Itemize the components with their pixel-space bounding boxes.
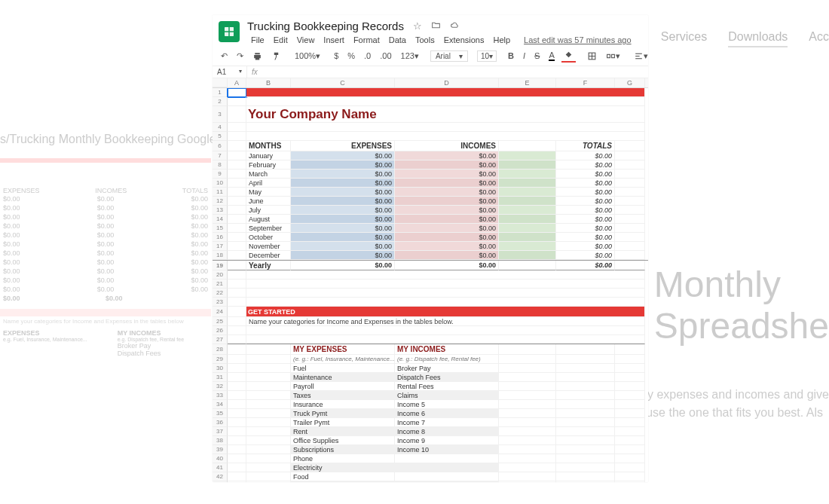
- row-header-30[interactable]: 30: [213, 364, 228, 373]
- income-cat-9[interactable]: Income 10: [395, 445, 499, 454]
- cell[interactable]: [499, 472, 556, 481]
- income-cat-10[interactable]: [395, 454, 499, 463]
- cell[interactable]: [556, 409, 615, 418]
- expense-10[interactable]: $0.00: [291, 242, 395, 251]
- row-header-2[interactable]: 2: [213, 97, 228, 106]
- expense-9[interactable]: $0.00: [291, 233, 395, 242]
- cell[interactable]: [556, 481, 615, 482]
- income-cat-8[interactable]: Income 9: [395, 436, 499, 445]
- zoom-select[interactable]: 100% ▾: [292, 50, 323, 63]
- expense-cat-1[interactable]: Maintenance: [291, 373, 395, 382]
- expense-cat-4[interactable]: Insurance: [291, 400, 395, 409]
- cell[interactable]: [499, 463, 556, 472]
- cell[interactable]: [499, 481, 556, 482]
- cell[interactable]: [228, 224, 246, 233]
- cell[interactable]: [499, 400, 556, 409]
- gs-note[interactable]: Name your categories for Income and Expe…: [246, 317, 645, 326]
- expense-3[interactable]: $0.00: [291, 179, 395, 188]
- month-august[interactable]: August: [246, 215, 291, 224]
- cell[interactable]: [499, 382, 556, 391]
- col-header-e[interactable]: E: [499, 78, 556, 87]
- menu-format[interactable]: Format: [350, 34, 384, 46]
- row-header-40[interactable]: 40: [213, 454, 228, 463]
- income-cat-3[interactable]: Claims: [395, 391, 499, 400]
- row-header-5[interactable]: 5: [213, 132, 228, 141]
- cell[interactable]: [499, 224, 556, 233]
- cell[interactable]: [499, 206, 556, 215]
- cell[interactable]: [615, 188, 645, 197]
- income-5[interactable]: $0.00: [395, 197, 499, 206]
- row-header-22[interactable]: 22: [213, 289, 228, 298]
- cell[interactable]: [499, 215, 556, 224]
- row-header-23[interactable]: 23: [213, 298, 228, 307]
- cell[interactable]: [246, 400, 291, 409]
- redo-icon[interactable]: ↷: [234, 50, 246, 63]
- halign-icon[interactable]: ▾: [632, 50, 648, 63]
- cell[interactable]: [556, 427, 615, 436]
- percent-icon[interactable]: %: [345, 50, 357, 62]
- cell[interactable]: [246, 326, 645, 335]
- cell[interactable]: [246, 472, 291, 481]
- my-incomes-header[interactable]: MY INCOMES: [395, 344, 499, 355]
- cell[interactable]: [228, 132, 246, 141]
- menu-tools[interactable]: Tools: [411, 34, 439, 46]
- currency-icon[interactable]: $: [332, 50, 341, 62]
- bold-icon[interactable]: B: [506, 50, 516, 62]
- header-totals[interactable]: TOTALS: [556, 141, 615, 151]
- get-started-bar[interactable]: GET STARTED: [246, 307, 645, 317]
- italic-icon[interactable]: I: [521, 50, 528, 62]
- yearly-label[interactable]: Yearly: [246, 261, 291, 270]
- total-7[interactable]: $0.00: [556, 215, 615, 224]
- month-december[interactable]: December: [246, 251, 291, 260]
- cell[interactable]: [228, 463, 246, 472]
- row-header-10[interactable]: 10: [213, 179, 228, 188]
- expense-0[interactable]: $0.00: [291, 151, 395, 160]
- decrease-decimal-icon[interactable]: .0: [362, 50, 373, 62]
- cell[interactable]: [615, 373, 645, 382]
- yearly-expenses[interactable]: $0.00: [291, 261, 395, 270]
- cell[interactable]: [228, 170, 246, 179]
- cell[interactable]: [228, 427, 246, 436]
- cell[interactable]: [228, 97, 246, 106]
- expense-cat-12[interactable]: Food: [291, 472, 395, 481]
- expense-cat-9[interactable]: Subscriptions: [291, 445, 395, 454]
- cell[interactable]: [499, 261, 556, 270]
- cell[interactable]: [228, 454, 246, 463]
- income-11[interactable]: $0.00: [395, 251, 499, 260]
- cell[interactable]: [246, 418, 291, 427]
- expense-cat-5[interactable]: Truck Pymt: [291, 409, 395, 418]
- cell[interactable]: [228, 106, 246, 123]
- cell[interactable]: [228, 472, 246, 481]
- cell[interactable]: [228, 418, 246, 427]
- cell[interactable]: [556, 391, 615, 400]
- cell[interactable]: [615, 400, 645, 409]
- cell[interactable]: [499, 344, 556, 355]
- income-cat-4[interactable]: Income 5: [395, 400, 499, 409]
- cell[interactable]: [556, 355, 615, 364]
- number-format-select[interactable]: 123 ▾: [399, 50, 421, 63]
- name-box[interactable]: A1▾: [213, 66, 247, 78]
- month-april[interactable]: April: [246, 179, 291, 188]
- cell[interactable]: [228, 298, 246, 307]
- income-cat-0[interactable]: Broker Pay: [395, 364, 499, 373]
- col-header-g[interactable]: G: [615, 78, 645, 87]
- row-header-39[interactable]: 39: [213, 445, 228, 454]
- row-header-4[interactable]: 4: [213, 123, 228, 132]
- menu-extensions[interactable]: Extensions: [440, 34, 488, 46]
- row-header-38[interactable]: 38: [213, 436, 228, 445]
- row-header-31[interactable]: 31: [213, 373, 228, 382]
- total-1[interactable]: $0.00: [556, 160, 615, 170]
- cell[interactable]: [615, 233, 645, 242]
- cell[interactable]: [246, 409, 291, 418]
- cell[interactable]: [615, 151, 645, 160]
- total-9[interactable]: $0.00: [556, 233, 615, 242]
- cell[interactable]: [228, 391, 246, 400]
- cell[interactable]: [246, 481, 291, 482]
- font-select[interactable]: Arial▾: [430, 50, 468, 62]
- row-header-26[interactable]: 26: [213, 326, 228, 335]
- expense-5[interactable]: $0.00: [291, 197, 395, 206]
- cell[interactable]: [499, 188, 556, 197]
- yearly-incomes[interactable]: $0.00: [395, 261, 499, 270]
- cell[interactable]: [228, 382, 246, 391]
- cell[interactable]: [228, 436, 246, 445]
